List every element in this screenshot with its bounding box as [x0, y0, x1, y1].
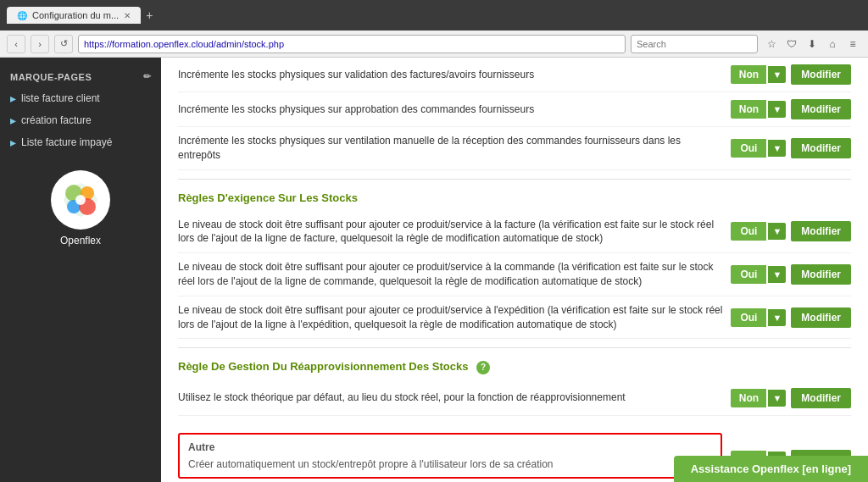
home-icon[interactable]: ⌂ — [824, 36, 841, 53]
browser-toolbar: ‹ › ↺ ☆ 🛡 ⬇ ⌂ ≡ — [0, 30, 868, 58]
setting-row-1: Incrémente les stocks physiques sur appr… — [178, 92, 851, 127]
bullet-icon: ▸ — [10, 114, 16, 127]
tab-close-icon[interactable]: ✕ — [124, 11, 131, 20]
sidebar-item-label: création facture — [21, 114, 92, 126]
modifier-btn-5[interactable]: Modifier — [791, 307, 851, 328]
search-input[interactable] — [631, 35, 758, 53]
autre-section: Autre Créer automatiquement un stock/ent… — [178, 433, 722, 479]
logo-circle — [51, 170, 110, 230]
setting-controls-reappro: Non ▼ Modifier — [731, 388, 851, 408]
section-title-reappro: Règle De Gestion Du Réapprovisionnement … — [178, 347, 851, 381]
setting-label-0: Incrémente les stocks physiques sur vali… — [178, 68, 722, 82]
sidebar-item-liste-facture-client[interactable]: ▸ liste facture client — [0, 87, 161, 109]
dropdown-btn-2[interactable]: ▼ — [768, 140, 786, 157]
app-container: MARQUE-PAGES ✏ ▸ liste facture client ▸ … — [0, 58, 868, 482]
dropdown-btn-1[interactable]: ▼ — [768, 101, 786, 118]
setting-label-1: Incrémente les stocks physiques sur appr… — [178, 102, 722, 117]
dropdown-btn-4[interactable]: ▼ — [768, 266, 786, 283]
setting-row-0: Incrémente les stocks physiques sur vali… — [178, 58, 851, 92]
star-icon[interactable]: ☆ — [763, 36, 780, 53]
setting-row-3: Le niveau de stock doit être suffisant p… — [178, 211, 851, 254]
browser-tab[interactable]: 🌐 Configuration du m... ✕ — [7, 7, 141, 24]
reload-button[interactable]: ↺ — [54, 35, 73, 53]
menu-icon[interactable]: ≡ — [844, 36, 861, 53]
tab-favicon: 🌐 — [17, 11, 27, 20]
modifier-btn-4[interactable]: Modifier — [791, 264, 851, 285]
new-tab-icon[interactable]: + — [146, 8, 153, 22]
toolbar-icons: ☆ 🛡 ⬇ ⌂ ≡ — [763, 36, 861, 53]
modifier-btn-0[interactable]: Modifier — [791, 64, 851, 85]
sidebar-logo: Openflex — [0, 153, 161, 255]
modifier-btn-reappro[interactable]: Modifier — [791, 388, 851, 408]
setting-controls-0: Non ▼ Modifier — [731, 64, 851, 85]
section-title-reappro-text: Règle De Gestion Du Réapprovisionnement … — [178, 360, 468, 373]
bullet-icon: ▸ — [10, 91, 16, 105]
setting-controls-1: Non ▼ Modifier — [731, 99, 851, 119]
sidebar-header-label: MARQUE-PAGES — [10, 72, 92, 82]
content-inner: Incrémente les stocks physiques sur vali… — [161, 58, 868, 482]
modifier-btn-3[interactable]: Modifier — [791, 221, 851, 241]
autre-title: Autre — [188, 441, 712, 453]
value-non-0[interactable]: Non — [731, 65, 766, 84]
sidebar-logo-label: Openflex — [60, 235, 101, 247]
svg-point-5 — [75, 195, 86, 205]
sidebar-header: MARQUE-PAGES ✏ — [0, 66, 161, 87]
openflex-logo-svg — [55, 175, 106, 225]
value-oui-3[interactable]: Oui — [731, 222, 766, 241]
setting-row-5: Le niveau de stock doit être suffisant p… — [178, 296, 851, 340]
section-title-exigence: Règles D'exigence Sur Les Stocks — [178, 179, 851, 211]
setting-label-3: Le niveau de stock doit être suffisant p… — [178, 218, 722, 247]
setting-label-4: Le niveau de stock doit être suffisant p… — [178, 260, 722, 289]
setting-row-4: Le niveau de stock doit être suffisant p… — [178, 253, 851, 296]
value-oui-4[interactable]: Oui — [731, 265, 766, 284]
setting-row-2: Incrémente les stocks physiques sur vent… — [178, 127, 851, 170]
value-non-reappro[interactable]: Non — [731, 389, 766, 407]
setting-controls-2: Oui ▼ Modifier — [731, 138, 851, 158]
download-icon[interactable]: ⬇ — [804, 36, 821, 53]
sidebar-item-creation-facture[interactable]: ▸ création facture — [0, 109, 161, 131]
back-button[interactable]: ‹ — [7, 35, 25, 53]
url-bar[interactable] — [78, 35, 626, 53]
autre-label: Créer automatiquement un stock/entrepôt … — [188, 458, 712, 470]
sidebar-item-label: Liste facture impayé — [21, 136, 112, 148]
assistance-button[interactable]: Assistance Openflex [en ligne] — [674, 456, 868, 482]
dropdown-btn-reappro[interactable]: ▼ — [768, 390, 786, 407]
forward-button[interactable]: › — [31, 35, 49, 53]
setting-row-reappro: Utilisez le stock théorique par défaut, … — [178, 381, 851, 416]
setting-label-5: Le niveau de stock doit être suffisant p… — [178, 303, 722, 332]
sidebar-item-label: liste facture client — [21, 92, 100, 104]
setting-controls-4: Oui ▼ Modifier — [731, 264, 851, 285]
sidebar-item-liste-facture-impayee[interactable]: ▸ Liste facture impayé — [0, 131, 161, 153]
setting-label-2: Incrémente les stocks physiques sur vent… — [178, 134, 722, 163]
setting-controls-5: Oui ▼ Modifier — [731, 307, 851, 328]
dropdown-btn-0[interactable]: ▼ — [768, 66, 786, 83]
sidebar-edit-icon[interactable]: ✏ — [143, 71, 152, 82]
dropdown-btn-3[interactable]: ▼ — [768, 223, 786, 240]
dropdown-btn-5[interactable]: ▼ — [768, 309, 786, 326]
main-content: Incrémente les stocks physiques sur vali… — [161, 58, 868, 482]
bullet-icon: ▸ — [10, 136, 16, 149]
help-icon[interactable]: ? — [476, 361, 490, 374]
tab-title: Configuration du m... — [32, 10, 119, 20]
modifier-btn-1[interactable]: Modifier — [791, 99, 851, 119]
value-oui-2[interactable]: Oui — [731, 139, 766, 158]
sidebar: MARQUE-PAGES ✏ ▸ liste facture client ▸ … — [0, 58, 161, 482]
value-non-1[interactable]: Non — [731, 100, 766, 119]
setting-label-reappro: Utilisez le stock théorique par défaut, … — [178, 391, 722, 405]
modifier-btn-2[interactable]: Modifier — [791, 138, 851, 158]
browser-chrome: 🌐 Configuration du m... ✕ + — [0, 0, 868, 30]
value-oui-5[interactable]: Oui — [731, 308, 766, 327]
autre-row: Créer automatiquement un stock/entrepôt … — [188, 458, 712, 470]
setting-controls-3: Oui ▼ Modifier — [731, 221, 851, 241]
shield-icon[interactable]: 🛡 — [783, 36, 800, 53]
